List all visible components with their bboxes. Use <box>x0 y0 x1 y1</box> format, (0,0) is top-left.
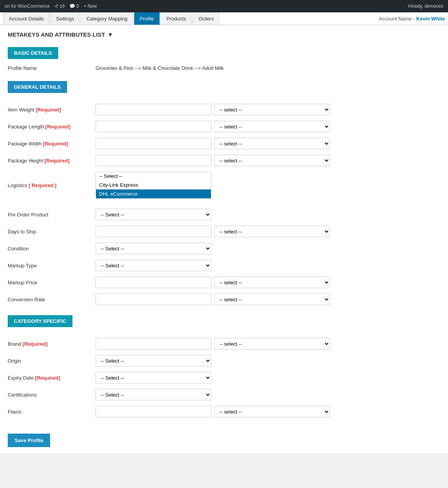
admin-bar: on for WooCommerce ↺ 16 💬 0 + New Howdy,… <box>0 0 448 12</box>
package-width-fields: -- select -- <box>96 138 330 149</box>
origin-label: Origin <box>8 358 93 364</box>
flavor-select[interactable]: -- select -- <box>214 406 330 417</box>
package-height-fields: -- select -- <box>96 155 330 166</box>
logistics-row: Logistics [ Required ] -- Select -- City… <box>8 172 440 199</box>
package-height-required: [Required] <box>44 158 69 164</box>
tab-products[interactable]: Products <box>160 12 192 25</box>
section-heading-text: METAKEYS AND ATTRIBUTES LIST <box>8 31 105 38</box>
package-length-select[interactable]: -- select -- <box>214 121 330 132</box>
conversion-rate-select[interactable]: -- select -- <box>214 294 330 305</box>
condition-row: Condition -- Select -- <box>8 243 440 254</box>
package-length-input[interactable] <box>96 121 211 132</box>
markup-price-select[interactable]: -- select -- <box>214 277 330 288</box>
expiry-date-select[interactable]: -- Select -- <box>96 372 211 383</box>
brand-label: Brand [Required] <box>8 341 93 347</box>
logistics-option-dhl[interactable]: DHL eCommerce <box>96 189 211 198</box>
logistics-required: [ Required ] <box>29 182 56 188</box>
account-name-link[interactable]: Kevin White <box>416 16 445 22</box>
tab-settings[interactable]: Settings <box>50 12 80 25</box>
item-weight-input[interactable] <box>96 104 211 115</box>
package-width-label: Package Width [Required] <box>8 141 93 147</box>
brand-fields: -- select -- <box>96 338 330 350</box>
days-to-ship-label: Days to Ship <box>8 229 93 235</box>
item-weight-label: Item Weight [Required] <box>8 107 93 113</box>
flavor-input[interactable] <box>96 406 211 417</box>
conversion-rate-input[interactable] <box>96 294 211 305</box>
brand-row: Brand [Required] -- select -- <box>8 338 440 350</box>
admin-bar-left: on for WooCommerce ↺ 16 💬 0 + New <box>5 3 97 9</box>
tab-bar: Account Details Settings Category Mappin… <box>0 12 448 25</box>
tab-bar-left: Account Details Settings Category Mappin… <box>3 12 219 25</box>
comment-icon[interactable]: 💬 0 <box>69 3 79 9</box>
pre-order-product-row: Pre Order Product -- Select -- <box>8 209 440 220</box>
package-width-input[interactable] <box>96 138 211 149</box>
days-to-ship-select[interactable]: -- select -- <box>214 226 330 237</box>
markup-type-select[interactable]: -- Select -- <box>96 260 211 271</box>
certifications-label: Certifications <box>8 392 93 398</box>
package-height-label: Package Height [Required] <box>8 158 93 164</box>
brand-required: [Required] <box>22 341 47 347</box>
days-to-ship-row: Days to Ship -- select -- <box>8 226 440 237</box>
tab-category-mapping[interactable]: Category Mapping <box>81 12 133 25</box>
origin-row: Origin -- Select -- <box>8 355 440 366</box>
pre-order-product-label: Pre Order Product <box>8 212 93 218</box>
origin-select[interactable]: -- Select -- <box>96 355 211 366</box>
account-info: Account Name - Kevin White <box>379 13 445 25</box>
tab-orders[interactable]: Orders <box>193 12 220 25</box>
tab-account-details[interactable]: Account Details <box>3 12 49 25</box>
item-weight-row: Item Weight [Required] -- select -- <box>8 104 440 115</box>
brand-select[interactable]: -- select -- <box>214 338 330 350</box>
package-length-row: Package Length [Required] -- select -- <box>8 121 440 132</box>
item-weight-select[interactable]: -- select -- <box>214 104 330 115</box>
logistics-label: Logistics [ Required ] <box>8 182 93 188</box>
markup-price-fields: -- select -- <box>96 277 330 288</box>
condition-select[interactable]: -- Select -- <box>96 243 211 254</box>
flavor-row: Flavor -- select -- <box>8 406 440 417</box>
markup-price-row: Markup Price -- select -- <box>8 277 440 288</box>
profile-name-label: Profile Name <box>8 65 93 71</box>
general-details-button[interactable]: GENERAL DETAILS <box>8 81 67 93</box>
item-weight-fields: -- select -- <box>96 104 330 115</box>
section-heading: METAKEYS AND ATTRIBUTES LIST ▼ <box>8 31 440 41</box>
days-to-ship-input[interactable] <box>96 226 211 237</box>
brand-input[interactable] <box>96 338 211 350</box>
package-length-fields: -- select -- <box>96 121 330 132</box>
tab-profile[interactable]: Profile <box>134 12 160 25</box>
plugin-label: on for WooCommerce <box>5 3 50 9</box>
markup-type-label: Markup Type <box>8 263 93 268</box>
package-width-required: [Required] <box>43 141 68 147</box>
logistics-listbox[interactable]: -- Select -- City-Link Express DHL eComm… <box>96 172 211 199</box>
certifications-row: Certifications -- Select -- <box>8 389 440 400</box>
certifications-select[interactable]: -- Select -- <box>96 389 211 400</box>
markup-price-label: Markup Price <box>8 280 93 285</box>
item-weight-required: [Required] <box>36 107 61 113</box>
package-height-select[interactable]: -- select -- <box>214 155 330 166</box>
page-content: METAKEYS AND ATTRIBUTES LIST ▼ BASIC DET… <box>0 25 448 453</box>
package-length-required: [Required] <box>45 124 71 130</box>
logistics-option-select[interactable]: -- Select -- <box>96 172 211 181</box>
profile-name-row: Profile Name Groceries & Pets --> Milk &… <box>8 65 440 71</box>
save-profile-button[interactable]: Save Profile <box>8 434 50 447</box>
condition-label: Condition <box>8 246 93 252</box>
expiry-date-required: [Required] <box>35 375 60 381</box>
package-height-input[interactable] <box>96 155 211 166</box>
markup-price-input[interactable] <box>96 277 211 288</box>
new-button[interactable]: + New <box>84 3 97 9</box>
chevron-down-icon[interactable]: ▼ <box>108 31 113 38</box>
category-specific-button[interactable]: CATEGORY SPECIFIC <box>8 315 72 327</box>
pre-order-product-select[interactable]: -- Select -- <box>96 209 211 220</box>
package-width-row: Package Width [Required] -- select -- <box>8 138 440 149</box>
notif-icon[interactable]: ↺ 16 <box>54 3 65 9</box>
conversion-rate-label: Conversion Rate <box>8 297 93 302</box>
markup-type-row: Markup Type -- Select -- <box>8 260 440 271</box>
howdy-text: Howdy, democes <box>408 3 443 9</box>
days-to-ship-fields: -- select -- <box>96 226 330 237</box>
package-length-label: Package Length [Required] <box>8 124 93 130</box>
logistics-option-citylink[interactable]: City-Link Express <box>96 181 211 189</box>
conversion-rate-row: Conversion Rate -- select -- <box>8 294 440 305</box>
expiry-date-row: Expiry Date [Required] -- Select -- <box>8 372 440 383</box>
conversion-rate-fields: -- select -- <box>96 294 330 305</box>
package-width-select[interactable]: -- select -- <box>214 138 330 149</box>
package-height-row: Package Height [Required] -- select -- <box>8 155 440 166</box>
basic-details-button[interactable]: BASIC DETAILS <box>8 47 58 59</box>
